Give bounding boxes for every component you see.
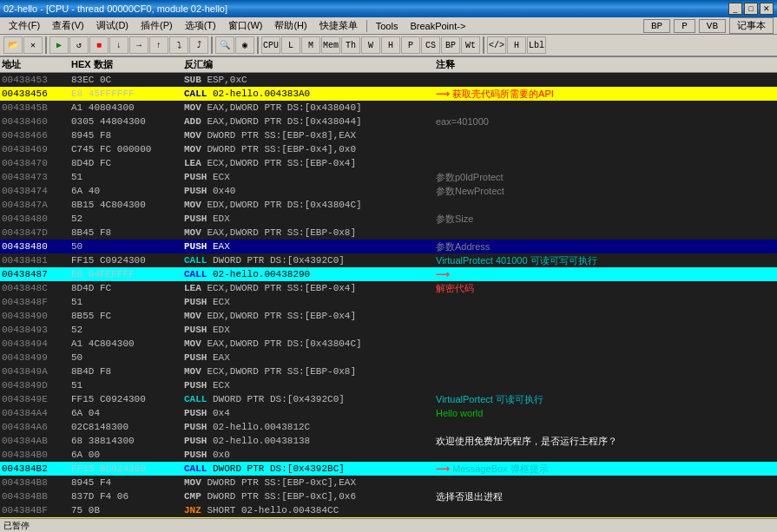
cell-asm: PUSH EDX	[182, 325, 434, 335]
table-row[interactable]: 0043845383EC 0CSUB ESP,0xC	[0, 73, 777, 87]
tb-breakpoint[interactable]: ◉	[235, 36, 254, 54]
tb-animate-over[interactable]: ⤴	[189, 36, 208, 54]
cell-address: 0043847D	[0, 227, 69, 238]
table-row[interactable]: 00438469C745 FC 000000MOV DWORD PTR SS:[…	[0, 142, 777, 156]
tb-memory[interactable]: Mem	[321, 36, 340, 54]
table-row[interactable]: 004384908B55 FCMOV EDX,DWORD PTR SS:[EBP…	[0, 309, 777, 323]
cell-address: 00438480	[0, 241, 69, 252]
tb-sep1	[45, 36, 47, 54]
tb-step-in[interactable]: ↓	[109, 36, 128, 54]
cell-hex: 52	[69, 325, 182, 335]
tb-close[interactable]: ✕	[23, 36, 43, 54]
cell-address: 00438456	[0, 89, 69, 99]
cell-hex: 51	[69, 172, 182, 182]
table-row[interactable]: 004384BB837D F4 06CMP DWORD PTR SS:[EBP-…	[0, 489, 777, 503]
tb-source[interactable]: </>	[487, 36, 506, 54]
cell-hex: 8D4D FC	[69, 158, 182, 168]
cell-address: 004384B0	[0, 450, 69, 460]
table-row[interactable]: 004384746A 40PUSH 0x40参数NewProtect	[0, 184, 777, 198]
menu-options[interactable]: 选项(T)	[180, 18, 221, 33]
notepad-button[interactable]: 记事本	[729, 17, 774, 34]
table-row[interactable]: 0043847A8B15 4C804300MOV EDX,DWORD PTR D…	[0, 198, 777, 212]
cell-hex: FF15 C0924300	[69, 394, 182, 404]
tb-handles[interactable]: H	[381, 36, 400, 54]
table-row[interactable]: 004384B06A 00PUSH 0x0	[0, 448, 777, 462]
tb-windows[interactable]: W	[361, 36, 380, 54]
bp-button[interactable]: BP	[643, 19, 670, 33]
table-row[interactable]: 0043847351PUSH ECX参数p0ldProtect	[0, 170, 777, 184]
table-row[interactable]: 0043847D8B45 F8MOV EAX,DWORD PTR SS:[EBP…	[0, 226, 777, 240]
vb-button[interactable]: VB	[699, 19, 726, 33]
cell-note: 参数Address	[434, 240, 777, 253]
table-row[interactable]: 004384AB68 38814300PUSH 02-hello.0043813…	[0, 434, 777, 448]
table-row[interactable]: 0043848052PUSH EDX参数Size	[0, 212, 777, 226]
status-text: 已暂停	[3, 520, 30, 532]
tb-step-out[interactable]: ↑	[149, 36, 168, 54]
tb-step-over[interactable]: →	[129, 36, 148, 54]
menu-file[interactable]: 文件(F)	[3, 18, 45, 33]
table-row[interactable]: 004384600305 44804300ADD EAX,DWORD PTR D…	[0, 115, 777, 128]
tb-log[interactable]: L	[281, 36, 300, 54]
tb-restart[interactable]: ↺	[69, 36, 89, 54]
table-row[interactable]: 00438481FF15 C0924300CALL DWORD PTR DS:[…	[0, 253, 777, 267]
table-row[interactable]: 004384BF75 0BJNZ SHORT 02-hello.004384CC	[0, 503, 777, 517]
tb-labels[interactable]: Lbl	[527, 36, 546, 54]
menu-plugin[interactable]: 插件(P)	[135, 18, 178, 33]
tb-animate-in[interactable]: ⤵	[169, 36, 188, 54]
table-row[interactable]: 00438487E8 04FEFFFFCALL 02-hello.0043829…	[0, 267, 777, 281]
tb-open[interactable]: 📂	[3, 36, 23, 54]
tb-breaks[interactable]: BP	[441, 36, 460, 54]
tb-run[interactable]: ▶	[49, 36, 69, 54]
table-row[interactable]: 004384A602C8148300PUSH 02-hello.0043812C	[0, 420, 777, 434]
cell-hex: A1 40804300	[69, 102, 182, 113]
table-row[interactable]: 004384B88945 F4MOV DWORD PTR SS:[EBP-0xC…	[0, 476, 777, 489]
tb-goto[interactable]: 🔍	[215, 36, 234, 54]
tb-patches[interactable]: P	[401, 36, 420, 54]
table-row[interactable]: 004384A46A 04PUSH 0x4Hello world	[0, 406, 777, 420]
tb-callstack[interactable]: CS	[421, 36, 440, 54]
cell-address: 004384A6	[0, 422, 69, 432]
tb-watches[interactable]: Wt	[461, 36, 480, 54]
table-row[interactable]: 0043845BA1 40804300MOV EAX,DWORD PTR DS:…	[0, 101, 777, 115]
tb-modules[interactable]: M	[301, 36, 320, 54]
close-button[interactable]: ✕	[760, 3, 774, 15]
cell-note: 参数Size	[434, 213, 777, 226]
tb-highlight[interactable]: H	[507, 36, 526, 54]
cell-hex: 52	[69, 213, 182, 224]
table-row[interactable]: 004384708D4D FCLEA ECX,DWORD PTR SS:[EBP…	[0, 156, 777, 170]
cell-asm: CALL 02-hello.00438290	[182, 269, 434, 279]
tb-cpu[interactable]: CPU	[261, 36, 280, 54]
table-row[interactable]: 00438456E8 45FFFFFFCALL 02-hello.004383A…	[0, 87, 777, 101]
cell-asm: PUSH EAX	[182, 241, 434, 252]
table-row[interactable]: 004384668945 F8MOV DWORD PTR SS:[EBP-0x8…	[0, 128, 777, 142]
menu-window[interactable]: 窗口(W)	[223, 18, 268, 33]
cell-address: 004384AB	[0, 436, 69, 446]
table-row[interactable]: 0043848C8D4D FCLEA ECX,DWORD PTR SS:[EBP…	[0, 281, 777, 295]
tb-threads[interactable]: Th	[341, 36, 360, 54]
table-row[interactable]: 0043848F51PUSH ECX	[0, 295, 777, 309]
tb-stop[interactable]: ■	[89, 36, 109, 54]
cell-asm: LEA ECX,DWORD PTR SS:[EBP-0x4]	[182, 283, 434, 293]
cell-address: 0043849D	[0, 380, 69, 391]
menu-help[interactable]: 帮助(H)	[269, 18, 312, 33]
menu-breakpoint[interactable]: BreakPoint->	[405, 20, 471, 32]
minimize-button[interactable]: _	[728, 3, 742, 15]
table-row[interactable]: 00438494A1 4C804300MOV EAX,DWORD PTR DS:…	[0, 337, 777, 351]
cell-asm: PUSH EAX	[182, 352, 434, 363]
main-content: 地址 HEX 数据 反汇编 注释 0043845383EC 0CSUB ESP,…	[0, 57, 777, 518]
cell-asm: MOV EAX,DWORD PTR DS:[0x438040]	[182, 102, 434, 113]
table-row[interactable]: 0043849EFF15 C0924300CALL DWORD PTR DS:[…	[0, 392, 777, 406]
table-row[interactable]: 0043848050PUSH EAX参数Address	[0, 240, 777, 253]
menu-view[interactable]: 查看(V)	[47, 18, 89, 33]
menu-tools[interactable]: Tools	[371, 20, 404, 32]
disassembly-table[interactable]: 0043845383EC 0CSUB ESP,0xC00438456E8 45F…	[0, 73, 777, 532]
menu-debug[interactable]: 调试(D)	[91, 18, 134, 33]
table-row[interactable]: 004384B2FF15 BC924300CALL DWORD PTR DS:[…	[0, 462, 777, 476]
maximize-button[interactable]: □	[744, 3, 758, 15]
menu-shortcut[interactable]: 快捷菜单	[314, 18, 363, 33]
p-button[interactable]: P	[674, 19, 695, 33]
table-row[interactable]: 0043849950PUSH EAX	[0, 351, 777, 365]
table-row[interactable]: 0043849A8B4D F8MOV ECX,DWORD PTR SS:[EBP…	[0, 365, 777, 378]
table-row[interactable]: 0043849D51PUSH ECX	[0, 378, 777, 392]
table-row[interactable]: 0043849352PUSH EDX	[0, 323, 777, 337]
